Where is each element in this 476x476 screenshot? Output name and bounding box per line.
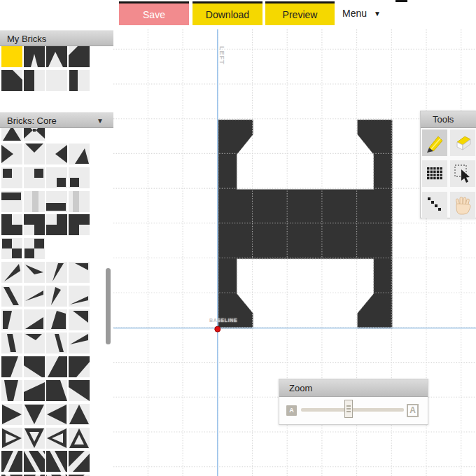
brick-tile-ftri-right[interactable] (1, 404, 22, 425)
brick-grid-icon (422, 160, 447, 187)
brick-tile-white-left[interactable] (46, 70, 67, 91)
brick-tile-diag-cut-tr[interactable] (1, 70, 22, 91)
brick-tile-qsq-tl[interactable] (1, 167, 22, 188)
line-tool-button[interactable] (422, 192, 447, 218)
brick-tile-quad-a[interactable] (1, 356, 22, 377)
download-button[interactable]: Download (192, 1, 262, 25)
brick-tile-graybar-center[interactable] (24, 191, 45, 212)
brick-tile-sliv-l[interactable] (69, 332, 90, 354)
save-button[interactable]: Save (119, 1, 189, 25)
brick-tile-sliv-f[interactable] (24, 286, 45, 307)
brick-tile-htri-left[interactable] (46, 428, 67, 449)
brick-tile-ftri-down[interactable] (24, 404, 45, 425)
brick-tile-htri-down[interactable] (24, 428, 45, 449)
brick-tile-L-miss-tl[interactable] (46, 214, 67, 235)
eraser-tool-button[interactable] (450, 130, 475, 156)
brick-tile-qsq-br[interactable] (46, 167, 67, 188)
brick-tile-half-c[interactable] (46, 309, 67, 330)
brick-tile-htri-right[interactable] (1, 428, 22, 449)
brick-tile-qsq-bl[interactable] (69, 167, 90, 188)
brick-tile-tri-down[interactable] (24, 144, 45, 164)
pan-tool-button[interactable] (450, 192, 475, 218)
brick-tile-slash-b[interactable] (24, 451, 45, 472)
brick-tile-sliv-j[interactable] (24, 332, 45, 354)
zoom-panel-header[interactable]: Zoom (279, 379, 428, 397)
brick-tile-quad-g[interactable] (46, 380, 67, 401)
brick-tile-sliv-h[interactable] (69, 286, 90, 307)
chevron-down-icon[interactable]: ▼ (97, 113, 104, 129)
brick-tile-half-a[interactable] (1, 309, 22, 330)
pencil-tool-button[interactable] (422, 130, 447, 156)
brick-tile-L-miss-br[interactable] (69, 214, 90, 235)
brick-tile-halfbar-bottom[interactable] (46, 191, 67, 212)
chevron-down-icon: ▼ (374, 10, 381, 18)
brick-tile-qsq-tr[interactable] (24, 167, 45, 188)
brick-tile-sliv-c[interactable] (46, 262, 67, 283)
brick-tile-quad-f[interactable] (24, 380, 45, 401)
zoom-panel: Zoom A A (279, 379, 428, 425)
select-tool-button[interactable] (450, 160, 475, 187)
brick-tile-sliv-d[interactable] (69, 262, 90, 283)
brick-tile-slash-d[interactable] (69, 451, 90, 472)
core-bricks-header[interactable]: Bricks: Core ▼ (0, 112, 113, 128)
brick-tile-sliv-i[interactable] (1, 332, 22, 354)
zoom-slider-handle[interactable] (344, 400, 353, 418)
brick-tile-checker-b[interactable] (24, 238, 45, 259)
brick-tile-slash-a[interactable] (1, 451, 22, 472)
brick-tile-quad-c[interactable] (46, 356, 67, 377)
tools-panel: Tools (420, 111, 476, 218)
brick-tile-bar-narrow-left[interactable] (69, 70, 90, 91)
brick-tile-sliv-k[interactable] (46, 332, 67, 354)
line-icon (422, 192, 447, 218)
brick-tile-ftri-up[interactable] (69, 404, 90, 425)
brick-tile-notch-peak[interactable] (24, 46, 45, 67)
menu-label: Menu (342, 8, 367, 19)
brick-tile-solid-yellow[interactable] (1, 46, 22, 67)
brick-tile-sliv-g[interactable] (46, 286, 67, 307)
zoom-in-icon[interactable]: A (407, 404, 419, 417)
brick-tile-tri-left[interactable] (46, 144, 67, 164)
brick-tile-half-d[interactable] (69, 309, 90, 330)
hand-icon (450, 192, 475, 218)
pencil-icon (422, 130, 447, 156)
tools-panel-header[interactable]: Tools (421, 111, 476, 128)
brick-tile-quad-h[interactable] (69, 380, 90, 401)
brick-tile-halfbar-left[interactable] (24, 70, 45, 91)
brick-tile-htri-up[interactable] (69, 428, 90, 449)
brick-tile-quad-e[interactable] (1, 380, 22, 401)
brick-tile-checker-a[interactable] (1, 238, 22, 259)
fontstruct-editor: Save Download Preview Menu ▼ My Bricks B… (0, 0, 476, 476)
preview-button[interactable]: Preview (265, 1, 335, 25)
select-icon (450, 160, 475, 187)
brick-tile-quad-d[interactable] (69, 356, 90, 377)
brick-tile-graybar-left[interactable] (69, 191, 90, 212)
brick-tile-L-miss-bl[interactable] (24, 214, 45, 235)
brick-tile-quad-b[interactable] (24, 356, 45, 377)
left-guide-label: LEFT (218, 46, 225, 65)
brick-tile-sliv-e[interactable] (1, 286, 22, 307)
brick-tile-tri-right[interactable] (1, 144, 22, 164)
brick-tile-sliv-b[interactable] (24, 262, 45, 283)
origin-dot (215, 326, 220, 332)
brick-tile-half-b[interactable] (24, 309, 45, 330)
brick-grid-tool-button[interactable] (422, 160, 447, 187)
brick-tile-diag-cut-tl[interactable] (69, 46, 90, 67)
brick-tile-halfbar-top[interactable] (1, 191, 22, 212)
brick-tile-sliv-a[interactable] (1, 262, 22, 283)
menu-button[interactable]: Menu ▼ (338, 1, 385, 25)
brick-tile-slash-c[interactable] (46, 451, 67, 472)
baseline-label: BASELINE (209, 318, 237, 323)
sidebar-scrollbar-thumb[interactable] (106, 268, 111, 344)
window-edge-mark (396, 0, 407, 2)
brick-tile-notch-peak-wide[interactable] (46, 46, 67, 67)
brick-tile-L-miss-tr[interactable] (1, 214, 22, 235)
eraser-icon (450, 130, 475, 156)
brick-tile-tri-up-corner[interactable] (69, 144, 90, 164)
my-bricks-header: My Bricks (0, 30, 113, 46)
core-bricks-title: Bricks: Core (7, 115, 57, 126)
brick-tile-ftri-left[interactable] (46, 404, 67, 425)
zoom-out-icon[interactable]: A (286, 405, 297, 416)
